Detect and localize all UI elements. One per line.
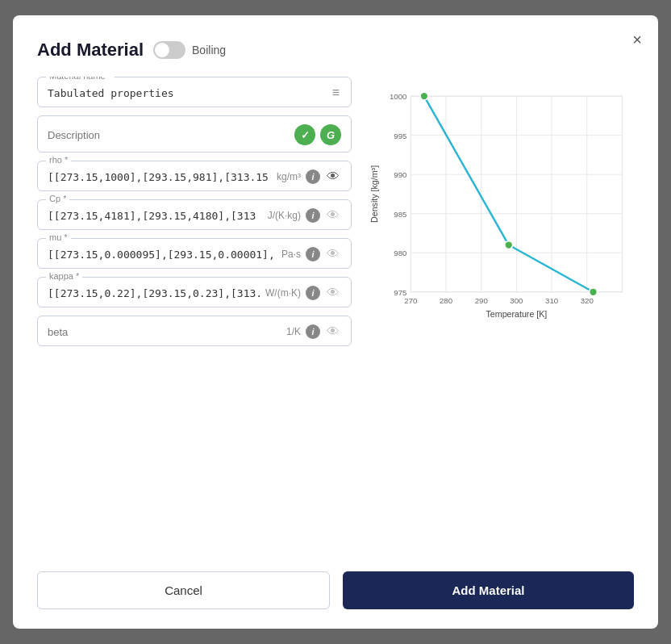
beta-row: 1/K i 👁 [48, 324, 341, 339]
mu-label: mu * [46, 232, 71, 242]
kappa-row: W/(m·K) i 👁 [48, 286, 341, 300]
svg-text:Density [kg/m³]: Density [kg/m³] [369, 165, 379, 223]
cp-row: J/(K·kg) i 👁 [48, 208, 341, 223]
svg-point-15 [505, 241, 513, 249]
mu-info-icon[interactable]: i [306, 247, 320, 261]
svg-text:310: 310 [545, 296, 559, 305]
material-name-group: Material name * ≡ [37, 77, 352, 107]
bars-icon-button[interactable]: ≡ [331, 86, 341, 100]
svg-text:280: 280 [440, 296, 453, 305]
svg-text:290: 290 [475, 296, 489, 305]
cp-unit: J/(K·kg) [268, 210, 301, 221]
cp-eye-off-icon[interactable]: 👁 [325, 208, 341, 223]
beta-group: 1/K i 👁 [37, 316, 352, 346]
modal-footer: Cancel Add Material [37, 571, 634, 609]
kappa-unit: W/(m·K) [265, 287, 301, 299]
left-panel: Material name * ≡ ✓ G [37, 77, 352, 555]
svg-text:990: 990 [394, 170, 407, 179]
mu-group: mu * Pa·s i 👁 [37, 238, 352, 269]
svg-point-16 [590, 288, 598, 296]
add-material-button[interactable]: Add Material [343, 571, 634, 609]
cp-label: Cp * [46, 194, 69, 203]
mu-unit: Pa·s [281, 249, 301, 260]
svg-text:1000: 1000 [390, 92, 407, 101]
beta-unit: 1/K [286, 326, 301, 337]
svg-text:995: 995 [394, 132, 406, 140]
rho-unit: kg/m³ [277, 171, 301, 182]
rho-group: rho * kg/m³ i 👁 [37, 161, 352, 191]
cp-info-icon[interactable]: i [306, 208, 320, 223]
rho-input[interactable] [48, 171, 272, 183]
density-chart: 270 280 290 300 310 320 Temperature [K] … [368, 77, 634, 335]
kappa-info-icon[interactable]: i [306, 286, 320, 300]
beta-eye-off-icon[interactable]: 👁 [325, 324, 341, 339]
cp-group: Cp * J/(K·kg) i 👁 [37, 199, 352, 230]
description-group: ✓ G [37, 115, 352, 153]
description-input[interactable] [48, 129, 290, 141]
modal-body: Material name * ≡ ✓ G [37, 77, 634, 555]
modal-dialog: Add Material Boiling × Material name * [13, 15, 658, 629]
kappa-label: kappa * [46, 271, 82, 281]
svg-text:985: 985 [394, 210, 406, 219]
grammarly-g-icon[interactable]: G [320, 124, 341, 145]
cp-input[interactable] [48, 210, 263, 222]
cancel-button[interactable]: Cancel [37, 571, 330, 609]
kappa-input[interactable] [48, 287, 260, 299]
svg-text:320: 320 [581, 296, 594, 305]
toggle-container: Boiling [153, 41, 226, 59]
grammarly-icons: ✓ G [294, 124, 341, 145]
grammarly-check-icon[interactable]: ✓ [294, 124, 315, 145]
description-row: ✓ G [48, 124, 341, 145]
modal-title: Add Material [37, 40, 144, 61]
rho-row: kg/m³ i 👁 [48, 169, 341, 184]
beta-info-icon[interactable]: i [306, 324, 320, 339]
mu-eye-off-icon[interactable]: 👁 [325, 247, 341, 261]
boiling-toggle[interactable] [153, 41, 185, 59]
kappa-eye-off-icon[interactable]: 👁 [325, 286, 341, 300]
svg-text:975: 975 [394, 288, 406, 297]
kappa-group: kappa * W/(m·K) i 👁 [37, 277, 352, 307]
svg-point-14 [420, 92, 428, 100]
beta-input[interactable] [48, 326, 281, 338]
svg-text:270: 270 [404, 296, 418, 305]
material-name-label: Material name * [46, 77, 115, 81]
rho-info-icon[interactable]: i [306, 169, 320, 184]
svg-text:Temperature [K]: Temperature [K] [486, 309, 548, 319]
close-button[interactable]: × [632, 31, 642, 48]
svg-text:300: 300 [510, 296, 523, 305]
modal-overlay: Add Material Boiling × Material name * [0, 0, 671, 644]
material-name-row: ≡ [48, 86, 341, 100]
rho-eye-icon[interactable]: 👁 [325, 169, 341, 184]
modal-header: Add Material Boiling × [37, 40, 634, 61]
rho-label: rho * [46, 155, 71, 165]
material-name-input[interactable] [48, 87, 326, 99]
svg-text:980: 980 [394, 249, 407, 257]
mu-input[interactable] [48, 249, 277, 261]
mu-row: Pa·s i 👁 [48, 247, 341, 261]
toggle-label: Boiling [192, 44, 226, 56]
right-panel: 270 280 290 300 310 320 Temperature [K] … [368, 77, 634, 555]
